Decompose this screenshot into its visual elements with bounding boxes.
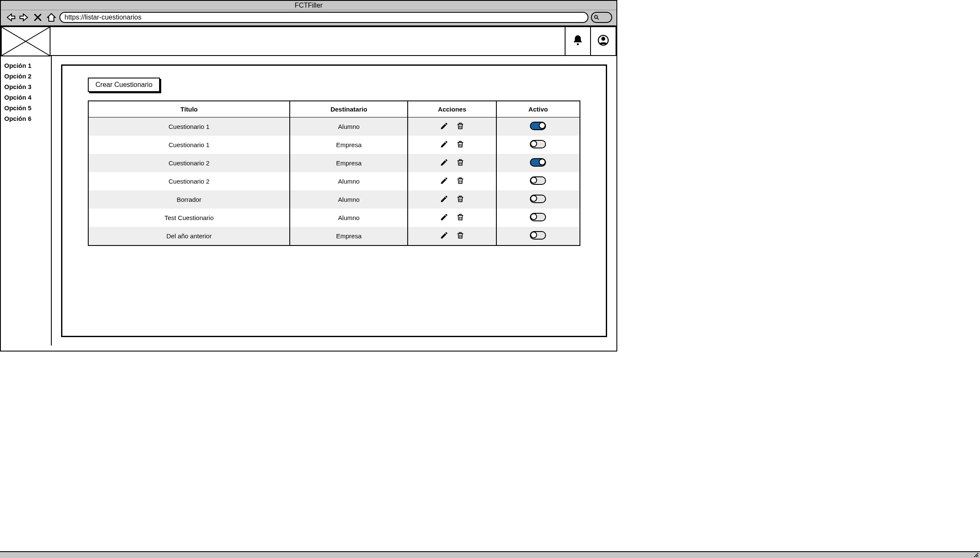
url-input[interactable] [59, 12, 588, 23]
sidebar: Opción 1Opción 2Opción 3Opción 4Opción 5… [1, 56, 52, 346]
notifications-button[interactable] [565, 27, 590, 55]
cell-title: Test Cuestionario [88, 209, 290, 227]
cell-actions [408, 172, 496, 190]
cell-recipient: Empresa [290, 227, 408, 246]
cell-recipient: Alumno [290, 209, 408, 227]
table-header-actions: Acciones [408, 101, 496, 117]
active-toggle[interactable] [530, 195, 546, 203]
delete-icon[interactable] [456, 213, 465, 223]
cell-active [496, 209, 580, 227]
table-header-recipient: Destinatario [290, 101, 408, 117]
delete-icon[interactable] [456, 122, 465, 131]
table-header-active: Activo [496, 101, 580, 117]
cell-actions [408, 227, 496, 246]
table-header-title: Título [88, 101, 290, 117]
cell-title: Cuestionario 1 [88, 136, 290, 154]
delete-icon[interactable] [456, 231, 465, 241]
table-row: Cuestionario 2Alumno [88, 172, 580, 190]
sidebar-item-2[interactable]: Opción 2 [4, 73, 48, 80]
cell-active [496, 136, 580, 154]
table-row: BorradorAlumno [88, 190, 580, 209]
cell-active [496, 190, 580, 209]
delete-icon[interactable] [456, 195, 465, 204]
delete-icon[interactable] [456, 176, 465, 186]
logo-placeholder [1, 26, 50, 56]
cell-recipient: Empresa [290, 136, 408, 154]
cell-active [496, 117, 580, 136]
bell-icon [572, 34, 584, 48]
topbar [50, 26, 616, 56]
home-icon[interactable] [46, 12, 57, 23]
active-toggle[interactable] [530, 140, 546, 148]
edit-icon[interactable] [440, 213, 448, 223]
questionnaires-table: Título Destinatario Acciones Activo Cues… [88, 100, 580, 246]
active-toggle[interactable] [530, 158, 546, 167]
active-toggle[interactable] [530, 213, 546, 221]
cell-title: Cuestionario 2 [88, 154, 290, 172]
edit-icon[interactable] [440, 195, 448, 204]
browser-toolbar [1, 10, 616, 25]
active-toggle[interactable] [530, 176, 546, 185]
search-pill[interactable] [591, 12, 612, 23]
table-row: Del año anteriorEmpresa [88, 227, 580, 246]
cell-recipient: Alumno [290, 190, 408, 209]
cell-recipient: Alumno [290, 172, 408, 190]
edit-icon[interactable] [440, 122, 448, 131]
sidebar-item-3[interactable]: Opción 3 [4, 83, 48, 90]
delete-icon[interactable] [456, 140, 465, 150]
profile-button[interactable] [590, 27, 616, 55]
cell-title: Cuestionario 1 [88, 117, 290, 136]
browser-chrome: FCTFiller [1, 1, 616, 26]
back-icon[interactable] [5, 12, 16, 23]
window-title: FCTFiller [1, 1, 616, 10]
edit-icon[interactable] [440, 176, 448, 186]
edit-icon[interactable] [440, 158, 448, 168]
table-row: Cuestionario 2Empresa [88, 154, 580, 172]
cell-active [496, 172, 580, 190]
cell-actions [408, 154, 496, 172]
svg-point-3 [577, 43, 579, 45]
forward-icon[interactable] [19, 12, 30, 23]
content-card: Crear Cuestionario Título Destinatario A… [61, 64, 607, 337]
cell-actions [408, 136, 496, 154]
cell-title: Borrador [88, 190, 290, 209]
cell-active [496, 227, 580, 246]
cell-title: Del año anterior [88, 227, 290, 246]
create-questionnaire-button[interactable]: Crear Cuestionario [88, 78, 160, 92]
sidebar-item-4[interactable]: Opción 4 [4, 94, 48, 101]
active-toggle[interactable] [530, 122, 546, 130]
cell-actions [408, 209, 496, 227]
stop-icon[interactable] [32, 12, 43, 23]
cell-recipient: Alumno [290, 117, 408, 136]
table-row: Cuestionario 1Alumno [88, 117, 580, 136]
edit-icon[interactable] [440, 140, 448, 150]
svg-point-0 [594, 15, 597, 18]
user-avatar-icon [597, 34, 609, 48]
active-toggle[interactable] [530, 231, 546, 240]
sidebar-item-1[interactable]: Opción 1 [4, 62, 48, 69]
table-row: Test CuestionarioAlumno [88, 209, 580, 227]
edit-icon[interactable] [440, 231, 448, 241]
cell-title: Cuestionario 2 [88, 172, 290, 190]
cell-actions [408, 190, 496, 209]
cell-actions [408, 117, 496, 136]
table-row: Cuestionario 1Empresa [88, 136, 580, 154]
cell-recipient: Empresa [290, 154, 408, 172]
svg-point-5 [602, 37, 605, 40]
sidebar-item-6[interactable]: Opción 6 [4, 115, 48, 122]
sidebar-item-5[interactable]: Opción 5 [4, 104, 48, 112]
cell-active [496, 154, 580, 172]
delete-icon[interactable] [456, 158, 465, 168]
main-area: Crear Cuestionario Título Destinatario A… [52, 56, 616, 346]
